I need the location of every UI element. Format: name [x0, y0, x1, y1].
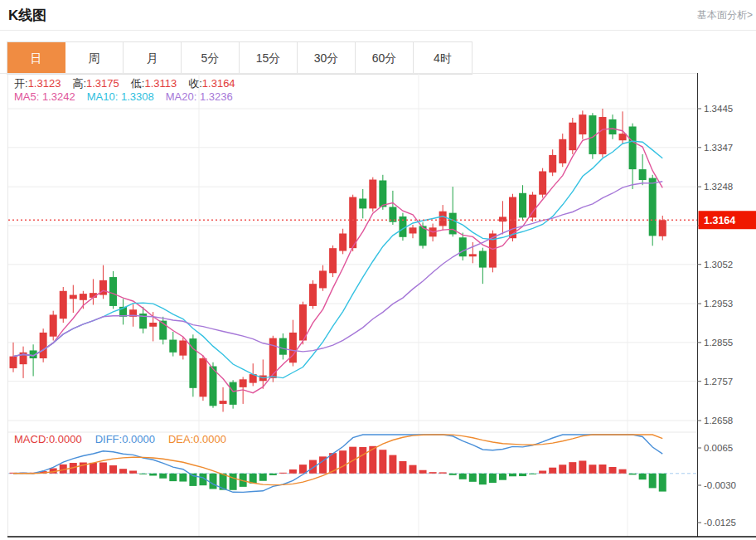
macd-bar-negative [529, 474, 536, 474]
macd-bar-negative [159, 474, 167, 479]
kline-chart-canvas[interactable]: 1.34451.33471.32481.31501.30521.29531.28… [0, 73, 756, 540]
macd-bar-negative [649, 474, 657, 489]
low-value: 1.3113 [144, 77, 177, 90]
macd-bar-positive [389, 455, 396, 474]
tab-月[interactable]: 月 [124, 42, 182, 74]
candle-up [149, 323, 157, 327]
macd-tick-label: 0.0065 [704, 443, 733, 453]
candle-up [659, 220, 666, 236]
macd-bar-positive [109, 465, 117, 474]
macd-bar-negative [519, 474, 526, 476]
macd-bar-positive [609, 467, 617, 474]
candle-up [309, 284, 317, 306]
macd-value: 0.0000 [49, 433, 82, 445]
dea-value: 0.0000 [193, 433, 226, 445]
close-label: 收: [188, 77, 202, 90]
candle-up [559, 139, 566, 163]
ma10-label: MA10: [87, 90, 119, 103]
candle-up [598, 117, 606, 154]
tab-日[interactable]: 日 [7, 42, 65, 74]
tab-30分[interactable]: 30分 [298, 42, 356, 74]
price-tick-label: 1.3445 [704, 104, 733, 114]
macd-bar-positive [619, 469, 627, 474]
candle-up [549, 155, 556, 173]
candle-up [60, 291, 67, 319]
dea-label: DEA: [168, 433, 193, 445]
diff-value-readout: DIFF:0.0000 [95, 433, 155, 445]
candle-up [619, 134, 627, 140]
fundamental-analysis-link[interactable]: 基本面分析> [697, 8, 753, 22]
candle-up [10, 357, 17, 368]
macd-bar-positive [399, 461, 406, 474]
candle-down [230, 382, 237, 405]
chart-area: 1.34451.33471.32481.31501.30521.29531.28… [0, 73, 756, 540]
price-tick-label: 1.2855 [704, 338, 733, 348]
ma-readout: MA5: 1.3242MA10: 1.3308MA20: 1.3236 [14, 90, 245, 103]
candle-up [339, 233, 346, 251]
macd-bar-negative [509, 474, 516, 476]
tab-周[interactable]: 周 [65, 42, 124, 74]
macd-readout: MACD:0.0000DIFF:0.0000DEA:0.0000 [14, 433, 240, 445]
macd-bar-negative [659, 474, 666, 492]
macd-bar-positive [359, 447, 366, 474]
macd-value-readout: MACD:0.0000 [14, 433, 82, 445]
candle-down [109, 277, 117, 306]
candle-up [80, 294, 87, 300]
ma20-label: MA20: [166, 90, 197, 103]
low-label: 低: [131, 77, 145, 90]
macd-bar-positive [589, 465, 596, 474]
macd-bar-negative [449, 474, 457, 475]
ohlc-readout: 开:1.3123高:1.3175低:1.3113收:1.3164 [14, 76, 247, 91]
macd-bar-negative [210, 474, 217, 489]
candle-up [240, 379, 247, 387]
tab-5分[interactable]: 5分 [182, 42, 240, 74]
candle-down [359, 198, 366, 208]
diff-value: 0.0000 [122, 433, 155, 445]
candle-up [349, 197, 356, 249]
price-tick-label: 1.2953 [704, 299, 733, 309]
timeframe-tab-bar: 日周月5分15分30分60分4时 [7, 41, 472, 75]
macd-bar-positive [579, 460, 586, 473]
price-tick-label: 1.2658 [704, 416, 733, 426]
candle-down [279, 338, 287, 355]
macd-bar-positive [119, 469, 127, 474]
macd-tick-label: -0.0030 [704, 480, 736, 490]
price-tick-label: 1.2757 [704, 377, 733, 387]
macd-bar-positive [598, 465, 606, 474]
candle-up [499, 216, 506, 221]
current-price-tag-value: 1.3164 [704, 215, 735, 226]
price-tick-label: 1.3052 [704, 260, 733, 270]
candle-up [50, 314, 57, 336]
price-tick-label: 1.3347 [704, 143, 733, 153]
macd-bar-positive [549, 468, 556, 474]
macd-bar-negative [139, 474, 147, 474]
candle-up [40, 333, 47, 358]
ma10-value: 1.3308 [121, 90, 154, 103]
macd-bar-negative [479, 474, 487, 484]
dea-value-readout: DEA:0.0000 [168, 433, 226, 445]
tab-60分[interactable]: 60分 [356, 42, 414, 74]
candle-up [179, 340, 187, 355]
open-value: 1.3123 [28, 77, 61, 90]
candle-up [469, 254, 477, 256]
macd-bar-positive [90, 463, 97, 474]
macd-bar-negative [629, 474, 637, 475]
tab-4时[interactable]: 4时 [414, 42, 472, 74]
candle-up [410, 227, 417, 233]
open-label: 开: [14, 77, 28, 90]
tab-15分[interactable]: 15分 [240, 42, 298, 74]
macd-bar-positive [309, 460, 317, 474]
candle-up [529, 195, 536, 218]
high-label: 高: [72, 77, 86, 90]
macd-bar-positive [99, 462, 107, 473]
macd-label: MACD: [14, 433, 49, 445]
macd-bar-negative [639, 474, 647, 479]
macd-bar-positive [289, 469, 297, 474]
macd-bar-positive [559, 465, 566, 474]
candle-down [639, 169, 647, 180]
candle-up [569, 123, 576, 150]
candle-down [379, 180, 386, 207]
candle-down [479, 251, 487, 268]
macd-bar-negative [499, 474, 506, 480]
macd-bar-positive [129, 470, 137, 473]
